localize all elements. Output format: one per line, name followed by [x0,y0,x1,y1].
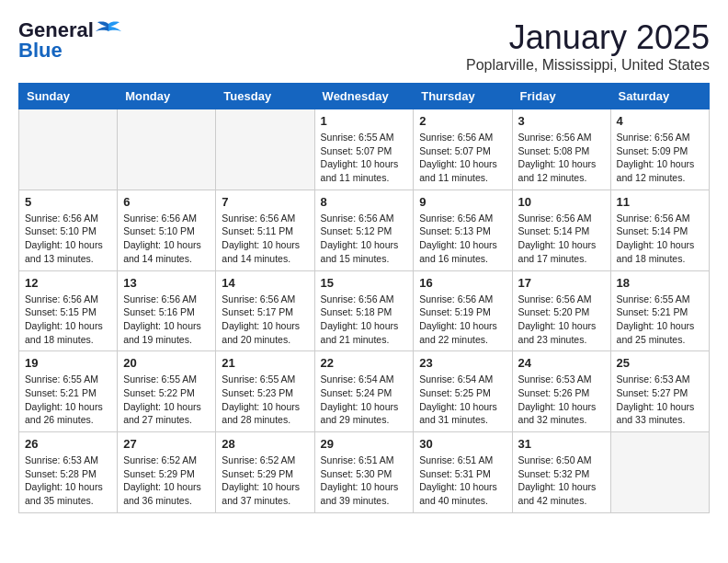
table-row [216,109,314,190]
day-info: Sunrise: 6:51 AM Sunset: 5:31 PM Dayligh… [419,454,506,508]
table-row: 13Sunrise: 6:56 AM Sunset: 5:16 PM Dayli… [118,270,216,351]
day-info: Sunrise: 6:55 AM Sunset: 5:07 PM Dayligh… [321,131,408,185]
table-row: 28Sunrise: 6:52 AM Sunset: 5:29 PM Dayli… [216,432,314,513]
calendar-week-row: 1Sunrise: 6:55 AM Sunset: 5:07 PM Daylig… [19,109,710,190]
day-number: 25 [617,356,703,370]
calendar-table: Sunday Monday Tuesday Wednesday Thursday… [18,83,710,513]
table-row: 7Sunrise: 6:56 AM Sunset: 5:11 PM Daylig… [216,190,314,270]
day-info: Sunrise: 6:56 AM Sunset: 5:19 PM Dayligh… [419,293,506,347]
day-info: Sunrise: 6:56 AM Sunset: 5:07 PM Dayligh… [419,131,506,185]
table-row: 10Sunrise: 6:56 AM Sunset: 5:14 PM Dayli… [512,190,610,270]
calendar-week-row: 26Sunrise: 6:53 AM Sunset: 5:28 PM Dayli… [19,432,710,513]
day-number: 17 [518,276,605,290]
header-row: Sunday Monday Tuesday Wednesday Thursday… [19,84,710,109]
day-info: Sunrise: 6:56 AM Sunset: 5:09 PM Dayligh… [617,131,703,185]
day-number: 15 [321,276,408,290]
day-number: 8 [321,195,408,209]
day-info: Sunrise: 6:55 AM Sunset: 5:21 PM Dayligh… [25,373,111,427]
day-info: Sunrise: 6:55 AM Sunset: 5:21 PM Dayligh… [617,293,703,347]
day-info: Sunrise: 6:55 AM Sunset: 5:22 PM Dayligh… [123,373,210,427]
day-info: Sunrise: 6:56 AM Sunset: 5:12 PM Dayligh… [321,212,408,266]
day-number: 12 [25,276,111,290]
day-info: Sunrise: 6:56 AM Sunset: 5:10 PM Dayligh… [123,212,210,266]
day-number: 9 [419,195,506,209]
day-number: 27 [123,437,210,451]
day-number: 16 [419,276,506,290]
day-info: Sunrise: 6:53 AM Sunset: 5:26 PM Dayligh… [518,373,605,427]
table-row: 23Sunrise: 6:54 AM Sunset: 5:25 PM Dayli… [414,351,512,432]
table-row: 5Sunrise: 6:56 AM Sunset: 5:10 PM Daylig… [19,190,118,270]
table-row: 2Sunrise: 6:56 AM Sunset: 5:07 PM Daylig… [414,109,512,190]
day-number: 26 [25,437,111,451]
day-number: 14 [222,276,308,290]
table-row [610,432,709,513]
day-number: 6 [123,195,210,209]
day-info: Sunrise: 6:51 AM Sunset: 5:30 PM Dayligh… [321,454,408,508]
day-number: 28 [222,437,308,451]
title-block: January 2025 Poplarville, Mississippi, U… [466,18,710,74]
day-info: Sunrise: 6:53 AM Sunset: 5:27 PM Dayligh… [617,373,703,427]
day-info: Sunrise: 6:56 AM Sunset: 5:20 PM Dayligh… [518,293,605,347]
calendar-week-row: 12Sunrise: 6:56 AM Sunset: 5:15 PM Dayli… [19,270,710,351]
day-info: Sunrise: 6:56 AM Sunset: 5:10 PM Dayligh… [25,212,111,266]
day-info: Sunrise: 6:56 AM Sunset: 5:08 PM Dayligh… [518,131,605,185]
day-number: 30 [419,437,506,451]
table-row: 26Sunrise: 6:53 AM Sunset: 5:28 PM Dayli… [19,432,118,513]
day-number: 18 [617,276,703,290]
day-info: Sunrise: 6:53 AM Sunset: 5:28 PM Dayligh… [25,454,111,508]
day-number: 7 [222,195,308,209]
day-number: 22 [321,356,408,370]
table-row: 6Sunrise: 6:56 AM Sunset: 5:10 PM Daylig… [118,190,216,270]
calendar-subtitle: Poplarville, Mississippi, United States [466,57,710,74]
logo-blue-text: Blue [18,39,63,63]
day-info: Sunrise: 6:56 AM Sunset: 5:11 PM Dayligh… [222,212,308,266]
day-info: Sunrise: 6:56 AM Sunset: 5:18 PM Dayligh… [321,293,408,347]
calendar-week-row: 5Sunrise: 6:56 AM Sunset: 5:10 PM Daylig… [19,190,710,270]
day-info: Sunrise: 6:50 AM Sunset: 5:32 PM Dayligh… [518,454,605,508]
col-saturday: Saturday [610,84,709,109]
day-number: 2 [419,114,506,128]
day-info: Sunrise: 6:56 AM Sunset: 5:17 PM Dayligh… [222,293,308,347]
col-friday: Friday [512,84,610,109]
table-row: 29Sunrise: 6:51 AM Sunset: 5:30 PM Dayli… [314,432,414,513]
table-row [19,109,118,190]
col-wednesday: Wednesday [314,84,414,109]
day-info: Sunrise: 6:56 AM Sunset: 5:13 PM Dayligh… [419,212,506,266]
day-number: 29 [321,437,408,451]
day-number: 31 [518,437,605,451]
table-row: 16Sunrise: 6:56 AM Sunset: 5:19 PM Dayli… [414,270,512,351]
table-row: 21Sunrise: 6:55 AM Sunset: 5:23 PM Dayli… [216,351,314,432]
logo: General Blue [18,18,121,63]
col-tuesday: Tuesday [216,84,314,109]
table-row: 20Sunrise: 6:55 AM Sunset: 5:22 PM Dayli… [118,351,216,432]
table-row: 22Sunrise: 6:54 AM Sunset: 5:24 PM Dayli… [314,351,414,432]
day-number: 19 [25,356,111,370]
day-info: Sunrise: 6:54 AM Sunset: 5:25 PM Dayligh… [419,373,506,427]
table-row: 4Sunrise: 6:56 AM Sunset: 5:09 PM Daylig… [610,109,709,190]
table-row: 12Sunrise: 6:56 AM Sunset: 5:15 PM Dayli… [19,270,118,351]
table-row: 3Sunrise: 6:56 AM Sunset: 5:08 PM Daylig… [512,109,610,190]
table-row: 8Sunrise: 6:56 AM Sunset: 5:12 PM Daylig… [314,190,414,270]
day-info: Sunrise: 6:54 AM Sunset: 5:24 PM Dayligh… [321,373,408,427]
day-info: Sunrise: 6:52 AM Sunset: 5:29 PM Dayligh… [222,454,308,508]
day-info: Sunrise: 6:56 AM Sunset: 5:16 PM Dayligh… [123,293,210,347]
calendar-title: January 2025 [466,18,710,57]
table-row: 15Sunrise: 6:56 AM Sunset: 5:18 PM Dayli… [314,270,414,351]
day-info: Sunrise: 6:56 AM Sunset: 5:14 PM Dayligh… [617,212,703,266]
table-row: 27Sunrise: 6:52 AM Sunset: 5:29 PM Dayli… [118,432,216,513]
table-row: 31Sunrise: 6:50 AM Sunset: 5:32 PM Dayli… [512,432,610,513]
table-row: 1Sunrise: 6:55 AM Sunset: 5:07 PM Daylig… [314,109,414,190]
day-info: Sunrise: 6:56 AM Sunset: 5:14 PM Dayligh… [518,212,605,266]
day-number: 21 [222,356,308,370]
day-number: 24 [518,356,605,370]
day-number: 20 [123,356,210,370]
day-number: 3 [518,114,605,128]
page-header: General Blue January 2025 Poplarville, M… [18,18,710,74]
day-number: 5 [25,195,111,209]
day-number: 1 [321,114,408,128]
col-thursday: Thursday [414,84,512,109]
col-monday: Monday [118,84,216,109]
day-info: Sunrise: 6:55 AM Sunset: 5:23 PM Dayligh… [222,373,308,427]
day-number: 13 [123,276,210,290]
logo-bird-icon [96,20,121,40]
